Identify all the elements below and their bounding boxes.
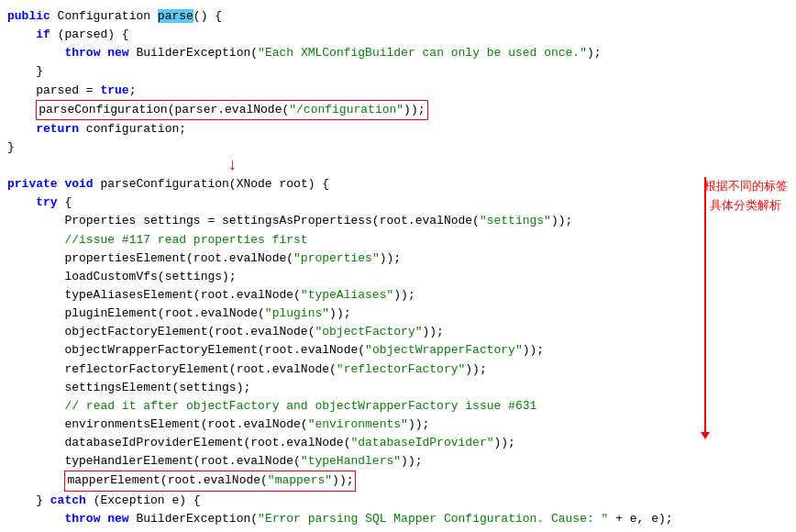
code-line-22: // read it after objectFactory and objec… xyxy=(7,397,688,416)
code-line-17: pluginElement(root.evalNode("plugins")); xyxy=(7,305,688,323)
annotation-area: 根据不同的标签 具体分类解析 xyxy=(695,7,796,532)
code-line-12: Properties settings = settingsAsProperti… xyxy=(7,212,688,230)
code-line-15: loadCustomVfs(settings); xyxy=(7,268,688,286)
code-line-7: return configuration; xyxy=(7,120,688,139)
code-line-2: if (parsed) { xyxy=(7,26,688,44)
code-area: public Configuration parse() { if (parse… xyxy=(0,7,695,532)
code-line-10: private void parseConfiguration(XNode ro… xyxy=(7,175,688,194)
code-line-4: } xyxy=(7,62,688,81)
annotation-text: 根据不同的标签 xyxy=(704,177,788,196)
code-line-5: parsed = true; xyxy=(7,82,688,100)
code-line-20: reflectorFactoryElement(root.evalNode("r… xyxy=(7,360,688,379)
code-line-26: mapperElement(root.evalNode("mappers")); xyxy=(7,471,688,491)
down-arrow-container: ↓ xyxy=(227,157,688,175)
code-line-14: propertiesElement(root.evalNode("propert… xyxy=(7,249,688,268)
code-line-21: settingsElement(settings); xyxy=(7,379,688,397)
code-line-25: typeHandlerElement(root.evalNode("typeHa… xyxy=(7,452,688,471)
code-line-18: objectFactoryElement(root.evalNode("obje… xyxy=(7,323,688,341)
code-line-8: } xyxy=(7,139,688,157)
code-line-19: objectWrapperFactoryElement(root.evalNod… xyxy=(7,341,688,360)
code-line-23: environmentsElement(root.evalNode("envir… xyxy=(7,416,688,434)
code-line-3: throw new BuilderException("Each XMLConf… xyxy=(7,44,688,62)
code-line-28: throw new BuilderException("Error parsin… xyxy=(7,510,688,528)
code-line-1: public Configuration parse() { xyxy=(7,7,688,26)
code-line-29: } xyxy=(7,528,688,532)
code-line-24: databaseIdProviderElement(root.evalNode(… xyxy=(7,434,688,452)
annotation-arrow-icon xyxy=(704,177,706,434)
down-arrow-icon: ↓ xyxy=(227,156,238,174)
code-line-13: //issue #117 read properties first xyxy=(7,231,688,249)
code-line-27: } catch (Exception e) { xyxy=(7,492,688,510)
code-line-16: typeAliasesElement(root.evalNode("typeAl… xyxy=(7,286,688,305)
code-line-11: try { xyxy=(7,194,688,212)
code-line-6: parseConfiguration(parser.evalNode("/con… xyxy=(7,100,688,120)
code-container: public Configuration parse() { if (parse… xyxy=(0,0,796,532)
annotation-text2: 具体分类解析 xyxy=(710,196,781,216)
